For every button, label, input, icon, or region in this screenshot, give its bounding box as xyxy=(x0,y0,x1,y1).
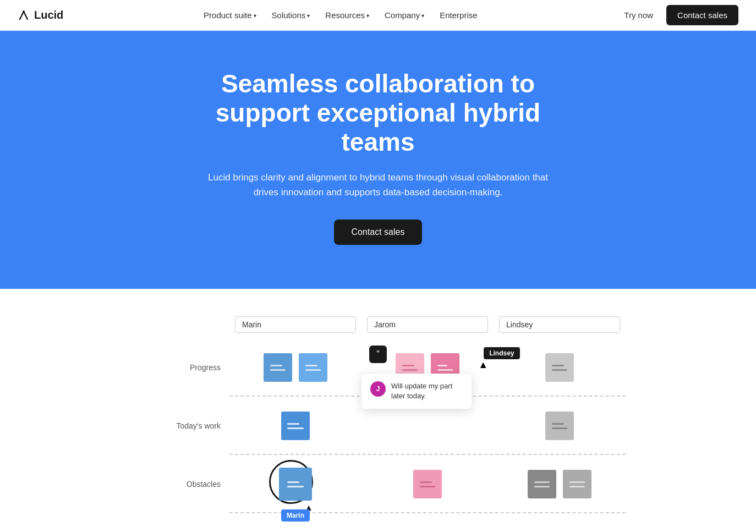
try-now-link[interactable]: Try now xyxy=(617,7,660,23)
comment-text: Will update my part later today. xyxy=(391,381,463,401)
cursor-area: ▲ Lindsey xyxy=(478,359,488,371)
logo[interactable]: Lucid xyxy=(18,9,63,21)
sticky-note xyxy=(413,470,442,498)
obstacles-lindsey-col xyxy=(494,465,626,503)
nav-enterprise[interactable]: Enterprise xyxy=(433,7,484,23)
obstacles-jarom-col xyxy=(361,465,494,503)
row-label-obstacles: Obstacles xyxy=(130,480,229,489)
row-obstacles: Obstacles ▲ Marin xyxy=(130,455,626,513)
col-header-jarom: Jarom xyxy=(367,316,488,333)
hero-title: Seamless collaboration to support except… xyxy=(185,69,571,157)
col-header-marin: Marin xyxy=(235,316,356,333)
chevron-down-icon: ▾ xyxy=(366,13,369,19)
row-label-progress: Progress xyxy=(130,363,229,372)
comment-inner: J Will update my part later today. xyxy=(370,381,463,401)
sticky-note xyxy=(545,353,574,382)
column-headers: Marin Jarom Lindsey xyxy=(130,316,626,333)
obstacles-marin-col: ▲ Marin xyxy=(229,465,361,503)
marin-sticky-wrap: ▲ Marin xyxy=(279,468,312,501)
row-label-todays-work: Today's work xyxy=(130,421,229,430)
quote-bubble: " xyxy=(369,345,387,363)
sticky-note xyxy=(545,412,574,440)
sticky-note xyxy=(528,470,556,498)
svg-point-0 xyxy=(23,10,25,13)
nav-product-suite[interactable]: Product suite ▾ xyxy=(197,7,263,23)
sticky-note xyxy=(264,353,292,382)
chevron-down-icon: ▾ xyxy=(421,13,424,19)
sticky-note xyxy=(279,468,312,501)
navigation: Lucid Product suite ▾ Solutions ▾ Resour… xyxy=(0,0,756,31)
cursor-icon: ▲ xyxy=(478,359,488,370)
todays-work-jarom-col: J Will update my part later today. xyxy=(361,407,494,445)
comment-popup: J Will update my part later today. xyxy=(361,374,472,409)
diagram-container: Marin Jarom Lindsey Progress xyxy=(130,316,626,513)
nav-resources[interactable]: Resources ▾ xyxy=(319,7,376,23)
nav-right: Try now Contact sales xyxy=(617,5,738,25)
marin-tooltip: Marin xyxy=(281,509,310,522)
chevron-down-icon: ▾ xyxy=(307,13,310,19)
hero-subtitle: Lucid brings clarity and alignment to hy… xyxy=(207,170,549,200)
nav-links: Product suite ▾ Solutions ▾ Resources ▾ … xyxy=(197,7,484,23)
sticky-note xyxy=(563,470,591,498)
sticky-note xyxy=(299,353,327,382)
progress-marin-col xyxy=(229,348,361,387)
todays-work-marin-col xyxy=(229,407,361,445)
row-todays-work: Today's work J Will update my part later… xyxy=(130,397,626,455)
todays-work-lindsey-col xyxy=(494,407,626,445)
nav-company[interactable]: Company ▾ xyxy=(378,7,431,23)
sticky-note xyxy=(281,412,310,440)
diagram-section: Marin Jarom Lindsey Progress xyxy=(0,289,756,513)
commenter-avatar: J xyxy=(370,381,386,397)
contact-sales-nav-button[interactable]: Contact sales xyxy=(666,5,738,25)
logo-icon xyxy=(18,9,30,21)
col-header-lindsey: Lindsey xyxy=(499,316,620,333)
lindsey-tooltip: Lindsey xyxy=(484,347,519,359)
logo-text: Lucid xyxy=(34,9,63,21)
bottom-section: Build solutions together, no matter wher… xyxy=(0,513,756,532)
hero-cta-button[interactable]: Contact sales xyxy=(334,220,423,245)
hero-section: Seamless collaboration to support except… xyxy=(0,31,756,289)
chevron-down-icon: ▾ xyxy=(254,13,256,19)
nav-solutions[interactable]: Solutions ▾ xyxy=(265,7,317,23)
